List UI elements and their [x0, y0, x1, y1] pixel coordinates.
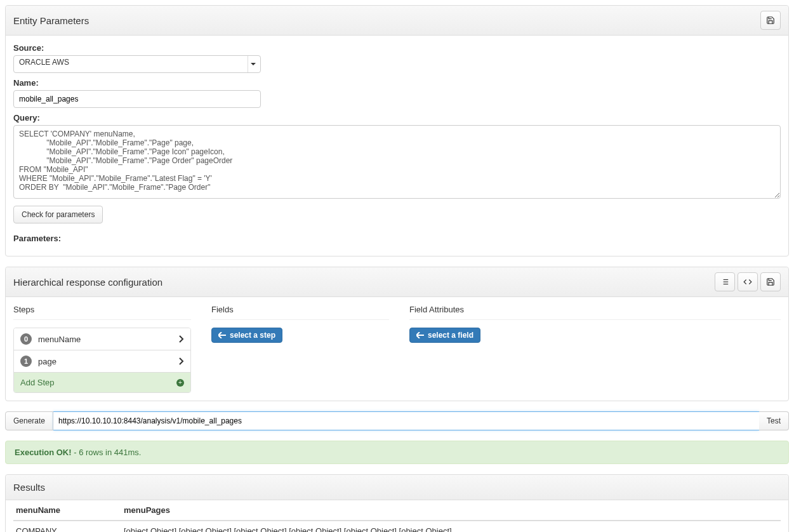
step-item-0[interactable]: 0 menuName [14, 328, 190, 350]
parameters-label: Parameters: [13, 234, 781, 243]
check-parameters-button[interactable]: Check for parameters [13, 206, 103, 223]
url-input-group: Generate Test [5, 411, 789, 430]
add-step-label: Add Step [20, 378, 55, 387]
results-cell-0-0: COMPANY [13, 521, 121, 532]
hierarchical-config-title: Hierarchical response configuration [13, 277, 162, 288]
step-item-1[interactable]: 1 page [14, 350, 190, 373]
results-title: Results [13, 482, 45, 493]
save-icon [766, 277, 775, 286]
execution-status-detail: - 6 rows in 441ms. [72, 448, 142, 457]
source-select[interactable]: ORACLE AWS [13, 55, 261, 73]
step-index-badge: 1 [20, 356, 32, 367]
list-view-button[interactable] [715, 272, 735, 291]
step-name: menuName [38, 335, 81, 344]
results-cell-0-1: [object Object],[object Object],[object … [121, 521, 781, 532]
code-icon [743, 277, 752, 286]
arrow-left-icon [416, 332, 424, 338]
save-button[interactable] [760, 11, 781, 30]
chevron-right-icon [179, 357, 184, 365]
entity-parameters-header: Entity Parameters [6, 6, 788, 36]
table-row: COMPANY [object Object],[object Object],… [13, 521, 781, 532]
results-th-0: menuName [13, 500, 121, 521]
fields-header: Fields [211, 305, 389, 320]
results-panel: Results menuName menuPages COMPANY [obje… [5, 474, 789, 532]
hierarchical-config-panel: Hierarchical response configuration [5, 267, 789, 401]
save-config-button[interactable] [760, 272, 781, 291]
source-label: Source: [13, 43, 781, 53]
list-icon [720, 277, 729, 286]
entity-parameters-panel: Entity Parameters Source: ORACLE AWS Nam… [5, 5, 789, 256]
steps-list: 0 menuName 1 page Add Step [13, 328, 191, 393]
field-attributes-header: Field Attributes [409, 305, 781, 320]
steps-header: Steps [13, 305, 191, 320]
test-button[interactable]: Test [759, 411, 789, 430]
step-index-badge: 0 [20, 333, 32, 345]
query-textarea[interactable] [13, 125, 781, 199]
code-view-button[interactable] [738, 272, 758, 291]
execution-status-alert: Execution OK! - 6 rows in 441ms. [5, 441, 789, 464]
save-icon [766, 16, 775, 25]
select-step-button[interactable]: select a step [211, 328, 282, 343]
generate-button[interactable]: Generate [5, 411, 53, 430]
select-field-label: select a field [428, 331, 473, 340]
select-field-button[interactable]: select a field [409, 328, 480, 343]
plus-icon: + [176, 379, 184, 387]
query-label: Query: [13, 113, 781, 123]
hierarchical-config-header: Hierarchical response configuration [6, 267, 788, 297]
execution-status-bold: Execution OK! [15, 448, 72, 457]
results-header: Results [6, 475, 788, 500]
chevron-right-icon [179, 335, 184, 343]
source-selected-value: ORACLE AWS [19, 58, 69, 67]
name-label: Name: [13, 78, 781, 88]
arrow-left-icon [218, 332, 226, 338]
results-table: menuName menuPages COMPANY [object Objec… [13, 500, 781, 532]
results-th-1: menuPages [121, 500, 781, 521]
chevron-down-icon [248, 56, 258, 72]
select-step-label: select a step [230, 331, 275, 340]
step-name: page [38, 357, 56, 366]
url-input[interactable] [53, 411, 759, 430]
name-input[interactable] [13, 90, 261, 108]
add-step-button[interactable]: Add Step + [14, 373, 190, 392]
entity-parameters-title: Entity Parameters [13, 15, 89, 26]
